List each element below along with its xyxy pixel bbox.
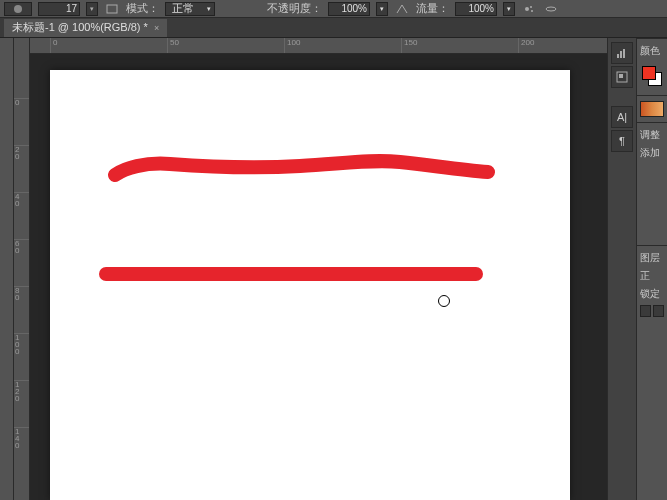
brush-preset-icon[interactable] <box>4 2 32 16</box>
pressure-size-icon[interactable] <box>543 2 559 16</box>
canvas-drawing <box>50 70 570 500</box>
svg-rect-11 <box>619 74 623 78</box>
svg-point-0 <box>14 5 22 13</box>
document-tab-bar: 未标题-1 @ 100%(RGB/8) * × <box>0 18 667 38</box>
right-panels: 颜色 调整 添加 图层 正 锁定 <box>637 38 667 500</box>
layers-panel[interactable]: 图层 正 锁定 <box>637 245 667 322</box>
horizontal-ruler[interactable]: 0 50 100 150 200 <box>30 38 607 54</box>
lock-label: 锁定 <box>638 285 666 303</box>
flow-dropdown[interactable]: ▾ <box>503 2 515 16</box>
paragraph-icon: ¶ <box>619 135 625 147</box>
right-panel-area: A| ¶ 颜色 调整 添加 图层 正 锁定 <box>607 38 667 500</box>
panel-icon-paragraph[interactable]: ¶ <box>611 130 633 152</box>
v-tick-label: 100 <box>15 333 19 356</box>
h-tick-label: 50 <box>170 38 179 47</box>
v-tick-label: 40 <box>15 192 19 208</box>
lock-transparency-icon[interactable] <box>640 305 651 317</box>
swatches-panel[interactable] <box>637 95 667 122</box>
v-tick-label: 80 <box>15 286 19 302</box>
blend-mode-select[interactable]: 正常 ▾ <box>165 2 215 16</box>
canvas-area: 0 50 100 150 200 <box>30 38 607 500</box>
opacity-dropdown[interactable]: ▾ <box>376 2 388 16</box>
toggle-brush-panel-icon[interactable] <box>104 2 120 16</box>
color-panel-label: 颜色 <box>638 42 666 60</box>
adjustments-panel[interactable]: 调整 添加 <box>637 122 667 165</box>
lock-pixels-icon[interactable] <box>653 305 664 317</box>
h-tick-label: 150 <box>404 38 417 47</box>
collapsed-panel-strip: A| ¶ <box>608 38 637 500</box>
panel-icon-navigator[interactable] <box>611 66 633 88</box>
color-swatch[interactable] <box>642 66 662 86</box>
options-toolbar: 17 ▾ 模式： 正常 ▾ 不透明度： 100% ▾ 流量： 100% ▾ <box>0 0 667 18</box>
brush-size-input[interactable]: 17 <box>38 2 80 16</box>
opacity-input[interactable]: 100% <box>328 2 370 16</box>
character-icon: A| <box>617 111 627 123</box>
svg-rect-9 <box>623 49 625 58</box>
panel-icon-histogram[interactable] <box>611 42 633 64</box>
svg-rect-8 <box>620 51 622 58</box>
h-tick-label: 0 <box>53 38 57 47</box>
add-label: 添加 <box>638 144 666 162</box>
blend-mode-value: 正常 <box>172 1 194 16</box>
svg-point-4 <box>531 10 533 12</box>
color-panel[interactable]: 颜色 <box>637 38 667 95</box>
swatch-preview[interactable] <box>640 101 664 117</box>
left-tool-strip <box>0 38 14 500</box>
v-tick-label: 0 <box>15 98 19 107</box>
brush-menu-button[interactable]: ▾ <box>86 2 98 16</box>
layer-blend-label: 正 <box>638 267 666 285</box>
opacity-value: 100% <box>341 3 367 14</box>
vertical-ruler[interactable]: 0 20 40 60 80 100 120 140 <box>14 38 30 500</box>
flow-input[interactable]: 100% <box>455 2 497 16</box>
svg-point-3 <box>530 6 532 8</box>
svg-point-5 <box>546 7 556 11</box>
v-tick-label: 120 <box>15 380 19 403</box>
chevron-down-icon: ▾ <box>207 5 211 13</box>
h-tick-label: 200 <box>521 38 534 47</box>
pressure-opacity-icon[interactable] <box>394 2 410 16</box>
close-icon[interactable]: × <box>154 23 159 33</box>
foreground-color-swatch[interactable] <box>642 66 656 80</box>
document-tab-title: 未标题-1 @ 100%(RGB/8) * <box>12 20 148 35</box>
canvas[interactable] <box>50 70 570 500</box>
svg-point-2 <box>525 7 529 11</box>
mode-label: 模式： <box>126 1 159 16</box>
flow-label: 流量： <box>416 1 449 16</box>
adjustments-label: 调整 <box>638 126 666 144</box>
h-tick-label: 100 <box>287 38 300 47</box>
lock-icons-row <box>638 303 666 319</box>
opacity-label: 不透明度： <box>267 1 322 16</box>
brush-size-value: 17 <box>66 3 77 14</box>
brush-cursor <box>438 295 450 307</box>
document-tab[interactable]: 未标题-1 @ 100%(RGB/8) * × <box>4 19 167 37</box>
svg-rect-7 <box>617 54 619 58</box>
panel-icon-character[interactable]: A| <box>611 106 633 128</box>
airbrush-icon[interactable] <box>521 2 537 16</box>
layers-label: 图层 <box>638 249 666 267</box>
v-tick-label: 60 <box>15 239 19 255</box>
flow-value: 100% <box>468 3 494 14</box>
svg-rect-1 <box>107 5 117 13</box>
v-tick-label: 20 <box>15 145 19 161</box>
v-tick-label: 140 <box>15 427 19 450</box>
